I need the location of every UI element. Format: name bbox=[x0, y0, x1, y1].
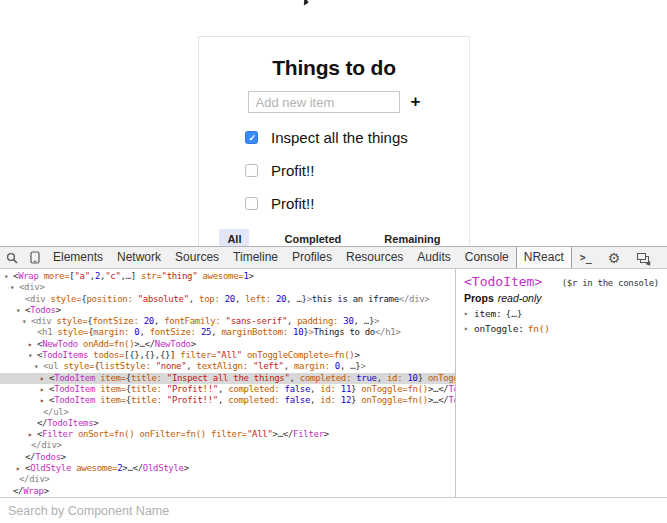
page-title: Things to do bbox=[199, 56, 469, 80]
tree-row[interactable]: </div> bbox=[0, 474, 455, 485]
component-search-input[interactable] bbox=[0, 504, 667, 518]
device-mode-icon[interactable] bbox=[24, 247, 46, 269]
tree-row[interactable]: </ul> bbox=[0, 407, 455, 418]
disclosure-collapsed-icon[interactable]: ▸ bbox=[28, 429, 37, 440]
disclosure-collapsed-icon[interactable]: ▸ bbox=[40, 384, 49, 395]
todo-row: Profit!! bbox=[245, 163, 469, 178]
toolbar-right-icons: >_ ⚙ ✕ bbox=[572, 247, 667, 269]
mouse-cursor bbox=[302, 0, 310, 7]
tab-profiles[interactable]: Profiles bbox=[285, 247, 339, 268]
checkbox-unchecked-icon[interactable] bbox=[245, 164, 258, 177]
prop-value: fn() bbox=[528, 323, 550, 334]
tree-row[interactable]: ▾<div> bbox=[0, 282, 455, 293]
tree-row[interactable]: ▾<TodoItems todos=[{},{},{}] filter="All… bbox=[0, 350, 455, 361]
disclosure-expanded-icon[interactable]: ▾ bbox=[10, 282, 19, 293]
tree-row[interactable]: ▸<TodoItem item={title: "Profit!!", comp… bbox=[0, 384, 455, 395]
props-sidebar: <TodoItem> ($r in the console) Propsread… bbox=[456, 269, 667, 497]
tree-row[interactable]: ▸<NewTodo onAdd=fn()>…</NewTodo> bbox=[0, 339, 455, 350]
add-item-row: + bbox=[199, 91, 469, 113]
console-drawer-icon[interactable]: >_ bbox=[572, 252, 600, 263]
tab-timeline[interactable]: Timeline bbox=[226, 247, 285, 268]
tab-console[interactable]: Console bbox=[458, 247, 516, 268]
tree-row[interactable]: ▾<Wrap more=["a",2,"c",…] str="thing" aw… bbox=[0, 271, 455, 282]
props-list: ▸item:{…}▸onToggle:fn() bbox=[464, 308, 659, 334]
add-item-button[interactable]: + bbox=[411, 92, 421, 112]
todo-app-iframe: Things to do + Inspect all the thingsPro… bbox=[198, 36, 470, 246]
prop-value: {…} bbox=[506, 308, 523, 319]
disclosure-expanded-icon[interactable]: ▾ bbox=[22, 316, 31, 327]
inspect-search-icon[interactable] bbox=[0, 247, 24, 269]
checkbox-unchecked-icon[interactable] bbox=[245, 197, 258, 210]
disclosure-collapsed-icon[interactable]: ▸ bbox=[464, 324, 474, 333]
tree-row[interactable]: ▾<Todos> bbox=[0, 305, 455, 316]
tab-network[interactable]: Network bbox=[110, 247, 168, 268]
disclosure-expanded-icon[interactable]: ▾ bbox=[34, 361, 43, 372]
todo-label: Profit!! bbox=[271, 162, 314, 179]
screen: Things to do + Inspect all the thingsPro… bbox=[0, 0, 667, 523]
add-item-input[interactable] bbox=[248, 91, 400, 113]
disclosure-expanded-icon[interactable]: ▾ bbox=[16, 305, 25, 316]
disclosure-collapsed-icon[interactable]: ▸ bbox=[28, 339, 37, 350]
tree-row[interactable]: <h1 style={margin: 0, fontSize: 25, marg… bbox=[0, 327, 455, 338]
prop-key: item: bbox=[474, 308, 502, 319]
close-icon[interactable]: ✕ bbox=[659, 251, 667, 265]
props-heading: Propsread-only bbox=[464, 292, 659, 304]
tree-row[interactable]: ▸<TodoItem item={title: "Profit!!", comp… bbox=[0, 395, 455, 406]
sidebar-header: <TodoItem> ($r in the console) bbox=[464, 274, 659, 289]
tree-row[interactable]: </Todos> bbox=[0, 452, 455, 463]
component-tree: ▾<Wrap more=["a",2,"c",…] str="thing" aw… bbox=[0, 269, 455, 497]
todo-row: Profit!! bbox=[245, 196, 469, 211]
search-bar bbox=[0, 497, 667, 523]
tab-sources[interactable]: Sources bbox=[168, 247, 226, 268]
tree-row[interactable]: </TodoItems> bbox=[0, 418, 455, 429]
devtools-tabs: ElementsNetworkSourcesTimelineProfilesRe… bbox=[46, 247, 572, 268]
tree-row[interactable]: ▸<TodoItem item={title: "Inspect all the… bbox=[0, 373, 455, 384]
prop-entry[interactable]: ▸onToggle:fn() bbox=[464, 323, 659, 334]
devtools-main: ▾<Wrap more=["a",2,"c",…] str="thing" aw… bbox=[0, 269, 667, 497]
tab-resources[interactable]: Resources bbox=[339, 247, 410, 268]
tree-row[interactable]: ▾<div style={fontSize: 20, fontFamily: "… bbox=[0, 316, 455, 327]
devtools-panel: ElementsNetworkSourcesTimelineProfilesRe… bbox=[0, 246, 667, 523]
disclosure-collapsed-icon[interactable]: ▸ bbox=[16, 463, 25, 474]
prop-entry[interactable]: ▸item:{…} bbox=[464, 308, 659, 319]
todo-row: Inspect all the things bbox=[245, 130, 469, 145]
disclosure-expanded-icon[interactable]: ▾ bbox=[4, 271, 13, 282]
todo-label: Profit!! bbox=[271, 195, 314, 212]
prop-key: onToggle: bbox=[474, 323, 524, 334]
todo-label: Inspect all the things bbox=[271, 129, 408, 146]
todo-list: Inspect all the thingsProfit!!Profit!! bbox=[245, 130, 469, 211]
disclosure-collapsed-icon[interactable]: ▸ bbox=[40, 373, 49, 384]
devtools-toolbar: ElementsNetworkSourcesTimelineProfilesRe… bbox=[0, 247, 667, 269]
tab-nreact[interactable]: NReact bbox=[516, 247, 572, 268]
tab-audits[interactable]: Audits bbox=[410, 247, 457, 268]
console-hint: ($r in the console) bbox=[562, 278, 659, 288]
tree-row[interactable]: </Wrap> bbox=[0, 486, 455, 497]
tree-row[interactable]: <div style={position: "absolute", top: 2… bbox=[0, 294, 455, 305]
gear-icon[interactable]: ⚙ bbox=[600, 247, 629, 269]
checkbox-checked-icon[interactable] bbox=[245, 131, 258, 144]
disclosure-collapsed-icon[interactable]: ▸ bbox=[40, 395, 49, 406]
tree-row[interactable]: </div> bbox=[0, 440, 455, 451]
disclosure-expanded-icon[interactable]: ▾ bbox=[28, 350, 37, 361]
tree-row[interactable]: ▸<OldStyle awesome=2>…</OldStyle> bbox=[0, 463, 455, 474]
disclosure-collapsed-icon[interactable]: ▸ bbox=[464, 309, 474, 318]
dock-side-icon[interactable] bbox=[637, 253, 650, 263]
tree-row[interactable]: ▸<Filter onSort=fn() onFilter=fn() filte… bbox=[0, 429, 455, 440]
tree-row[interactable]: ▾<ul style={listStyle: "none", textAlign… bbox=[0, 361, 455, 372]
selected-component-title: <TodoItem> bbox=[464, 274, 542, 289]
tab-elements[interactable]: Elements bbox=[46, 247, 110, 268]
